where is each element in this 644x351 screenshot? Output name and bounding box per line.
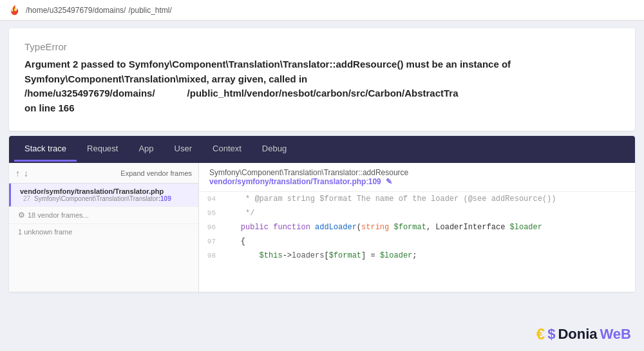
line-num-98: 98 bbox=[199, 249, 222, 263]
tab-context[interactable]: Context bbox=[202, 137, 252, 162]
code-line-94: 94 * @param string $format The name of t… bbox=[199, 192, 635, 206]
tab-app[interactable]: App bbox=[128, 137, 164, 162]
line-content-96: public function addLoader(string $format… bbox=[222, 220, 542, 234]
line-content-98: $this->loaders[$format] = $loader; bbox=[222, 249, 417, 263]
code-header: Symfony\Component\Translation\Translator… bbox=[199, 163, 635, 192]
app-logo bbox=[9, 5, 21, 16]
code-line-98: 98 $this->loaders[$format] = $loader; bbox=[199, 249, 635, 263]
error-type: TypeError bbox=[24, 41, 620, 52]
frame-class-name: Symfony\Component\Translation\Translator bbox=[34, 195, 158, 202]
arrow-down-icon[interactable]: ↓ bbox=[24, 168, 28, 178]
debug-sidebar: ↑ ↓ Expand vendor frames vendor/symfony/… bbox=[9, 163, 199, 292]
edit-icon[interactable]: ✎ bbox=[386, 177, 392, 186]
vendor-frames-label: 18 vendor frames... bbox=[28, 211, 89, 219]
watermark: € $ DoniaWeB bbox=[536, 325, 631, 343]
code-func: Symfony\Component\Translation\Translator… bbox=[209, 168, 625, 177]
frame-unknown-item: 1 unknown frame bbox=[9, 224, 198, 240]
navigation-arrows: ↑ ↓ bbox=[15, 168, 28, 178]
sidebar-toolbar: ↑ ↓ Expand vendor frames bbox=[9, 163, 198, 184]
line-num-95: 95 bbox=[199, 206, 222, 220]
line-num-97: 97 bbox=[199, 234, 222, 249]
expand-vendor-link[interactable]: Expand vendor frames bbox=[120, 169, 192, 177]
code-line-97: 97 { bbox=[199, 234, 635, 249]
frame-num: 27 bbox=[20, 195, 30, 202]
error-panel: TypeError Argument 2 passed to Symfony\C… bbox=[9, 28, 635, 131]
watermark-text-web: WeB bbox=[600, 326, 632, 343]
code-line-num: 109 bbox=[368, 177, 381, 186]
tab-user[interactable]: User bbox=[164, 137, 202, 162]
error-message: Argument 2 passed to Symfony\Component\T… bbox=[24, 57, 620, 115]
arrow-up-icon[interactable]: ↑ bbox=[15, 168, 20, 178]
line-num-94: 94 bbox=[199, 192, 222, 206]
code-lines: 94 * @param string $format The name of t… bbox=[199, 192, 635, 263]
breadcrumb-bar: /home/u325497679/domains/ /public_html/ bbox=[0, 0, 644, 21]
euro-icon: € bbox=[536, 325, 545, 343]
code-file: vendor/symfony/translation/Translator.ph… bbox=[209, 177, 625, 186]
tab-bar: Stack trace Request App User Context Deb… bbox=[9, 136, 635, 163]
code-line-96: 96 public function addLoader(string $for… bbox=[199, 220, 635, 234]
line-content-97: { bbox=[222, 234, 245, 249]
breadcrumb-path2: /public_html/ bbox=[128, 6, 171, 15]
debug-body: ↑ ↓ Expand vendor frames vendor/symfony/… bbox=[9, 163, 635, 292]
dollar-icon: $ bbox=[547, 326, 555, 343]
debug-code-area: Symfony\Component\Translation\Translator… bbox=[199, 163, 635, 292]
unknown-frame-label: 1 unknown frame bbox=[18, 228, 72, 236]
frame-item-active[interactable]: vendor/symfony/translation/Translator.ph… bbox=[9, 184, 198, 207]
line-content-94: * @param string $format The name of the … bbox=[222, 192, 556, 206]
line-content-95: */ bbox=[222, 206, 254, 220]
code-file-path: vendor/symfony/translation/Translator.ph… bbox=[209, 177, 366, 186]
watermark-text-donia: Donia bbox=[558, 326, 597, 343]
code-line-95: 95 */ bbox=[199, 206, 635, 220]
gear-icon: ⚙ bbox=[18, 211, 25, 220]
tab-debug[interactable]: Debug bbox=[252, 137, 297, 162]
breadcrumb-path: /home/u325497679/domains/ bbox=[26, 6, 126, 15]
frame-file: vendor/symfony/translation/Translator.ph… bbox=[20, 187, 192, 195]
frame-class: Symfony\Component\Translation\Translator… bbox=[34, 195, 171, 202]
frame-vendor-item[interactable]: ⚙ 18 vendor frames... bbox=[9, 207, 198, 224]
line-num-96: 96 bbox=[199, 220, 222, 234]
tab-request[interactable]: Request bbox=[77, 137, 128, 162]
tab-stack-trace[interactable]: Stack trace bbox=[14, 137, 77, 162]
frame-line: :109 bbox=[158, 195, 171, 202]
debug-panel: Stack trace Request App User Context Deb… bbox=[9, 136, 635, 292]
